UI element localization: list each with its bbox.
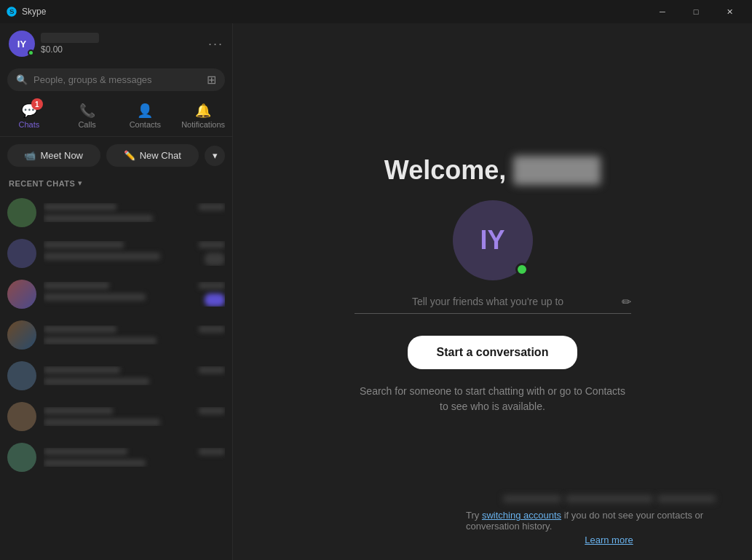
main-content: Welcome, IY Tell your friends what you'r… xyxy=(233,23,752,560)
avatar[interactable]: IY xyxy=(9,31,35,57)
tab-chats[interactable]: 💬 1 Chats xyxy=(0,98,58,133)
skype-logo-icon xyxy=(6,6,17,17)
chat-info xyxy=(44,241,225,266)
chat-time xyxy=(199,366,225,374)
search-bar: 🔍 ⊞ xyxy=(7,68,225,91)
chats-tab-label: Chats xyxy=(19,120,40,129)
meet-now-label: Meet Now xyxy=(40,150,83,161)
app-body: IY $0.00 ··· 🔍 ⊞ 💬 1 Chats xyxy=(0,23,752,560)
chat-info xyxy=(44,203,225,222)
chat-time xyxy=(199,407,225,414)
chat-time xyxy=(199,241,225,248)
main-avatar-initials: IY xyxy=(480,225,504,256)
contacts-icon: 👤 xyxy=(137,103,153,119)
tab-calls[interactable]: 📞 Calls xyxy=(58,98,116,133)
tab-contacts[interactable]: 👤 Contacts xyxy=(116,98,175,133)
action-buttons: 📹 Meet Now ✏️ New Chat ▾ xyxy=(0,137,232,174)
recent-chats-label: RECENT CHATS xyxy=(9,179,75,188)
chat-info xyxy=(44,407,225,426)
list-item[interactable] xyxy=(0,274,232,315)
profile-header: IY $0.00 ··· xyxy=(0,23,232,64)
chat-name xyxy=(44,282,109,289)
chat-preview xyxy=(44,215,153,222)
notifications-tab-label: Notifications xyxy=(181,120,225,129)
calls-icon: 📞 xyxy=(79,103,95,119)
grid-icon[interactable]: ⊞ xyxy=(207,73,216,87)
chats-icon: 💬 1 xyxy=(21,103,37,119)
new-chat-dropdown[interactable]: ▾ xyxy=(205,146,225,166)
notifications-icon: 🔔 xyxy=(195,103,211,119)
list-item[interactable] xyxy=(0,315,232,355)
window-controls: ─ □ ✕ xyxy=(646,0,746,23)
chat-name xyxy=(44,326,116,333)
new-chat-button[interactable]: ✏️ New Chat xyxy=(106,144,199,167)
profile-info: $0.00 xyxy=(41,33,202,55)
search-input[interactable] xyxy=(33,74,201,85)
chat-preview xyxy=(44,378,149,385)
new-chat-label: New Chat xyxy=(140,150,181,161)
start-conversation-button[interactable]: Start a conversation xyxy=(408,336,578,369)
chat-name xyxy=(44,241,124,248)
recent-chats-header[interactable]: RECENT CHATS ▾ xyxy=(0,174,232,192)
status-edit-icon[interactable]: ✏ xyxy=(622,295,631,309)
welcome-title: Welcome, xyxy=(384,155,601,186)
chat-name xyxy=(44,203,116,210)
status-placeholder: Tell your friends what you're up to xyxy=(355,296,622,307)
chat-preview xyxy=(44,293,146,301)
chat-preview xyxy=(44,460,146,467)
chat-avatar xyxy=(7,280,36,309)
chat-name xyxy=(44,407,113,414)
chat-preview xyxy=(44,337,157,344)
calls-tab-label: Calls xyxy=(78,120,95,129)
chat-name xyxy=(44,366,120,374)
close-button[interactable]: ✕ xyxy=(713,0,746,23)
chat-info xyxy=(44,448,225,467)
contacts-tab-label: Contacts xyxy=(130,120,161,129)
chat-time xyxy=(199,203,225,210)
chats-badge: 1 xyxy=(31,98,43,110)
learn-more-link[interactable]: Learn more xyxy=(585,535,633,545)
bottom-bar: Try switching accounts if you do not see… xyxy=(466,495,752,545)
maximize-button[interactable]: □ xyxy=(679,0,713,23)
titlebar-logo: Skype xyxy=(6,6,646,17)
titlebar: Skype ─ □ ✕ xyxy=(0,0,752,23)
more-options-button[interactable]: ··· xyxy=(208,36,223,52)
tab-notifications[interactable]: 🔔 Notifications xyxy=(174,98,232,133)
welcome-text: Welcome, xyxy=(384,155,506,186)
avatar-initials: IY xyxy=(17,39,26,50)
status-input-row: Tell your friends what you're up to ✏ xyxy=(355,295,631,314)
nav-tabs: 💬 1 Chats 📞 Calls 👤 Contacts 🔔 Notificat… xyxy=(0,95,232,137)
unread-badge xyxy=(205,293,225,307)
chat-avatar xyxy=(7,361,36,390)
list-item[interactable] xyxy=(0,437,232,478)
sidebar: IY $0.00 ··· 🔍 ⊞ 💬 1 Chats xyxy=(0,23,233,560)
chat-info xyxy=(44,326,225,344)
chat-avatar xyxy=(7,320,36,350)
unread-badge xyxy=(205,253,225,266)
chat-preview xyxy=(44,419,160,426)
chat-info xyxy=(44,282,225,307)
chat-name xyxy=(44,448,127,455)
profile-credit: $0.00 xyxy=(41,44,202,55)
switching-accounts-text: Try switching accounts if you do not see… xyxy=(466,510,752,532)
list-item[interactable] xyxy=(0,355,232,396)
app-title: Skype xyxy=(22,7,46,17)
bottom-try-text: Try xyxy=(466,510,479,521)
search-icon: 🔍 xyxy=(16,74,28,85)
list-item[interactable] xyxy=(0,192,232,233)
search-hint: Search for someone to start chatting wit… xyxy=(355,384,631,414)
chat-list xyxy=(0,192,232,560)
main-avatar-wrapper: IY xyxy=(453,200,533,280)
list-item[interactable] xyxy=(0,233,232,274)
chat-time xyxy=(199,326,225,333)
welcome-section: Welcome, IY Tell your friends what you'r… xyxy=(355,155,631,414)
video-icon: 📹 xyxy=(24,150,36,161)
chat-avatar xyxy=(7,198,36,227)
list-item[interactable] xyxy=(0,396,232,437)
minimize-button[interactable]: ─ xyxy=(646,0,679,23)
switching-accounts-link[interactable]: switching accounts xyxy=(482,510,561,521)
meet-now-button[interactable]: 📹 Meet Now xyxy=(7,144,100,167)
chat-avatar xyxy=(7,402,36,431)
recent-chats-chevron: ▾ xyxy=(78,178,82,188)
chat-preview xyxy=(44,253,160,260)
